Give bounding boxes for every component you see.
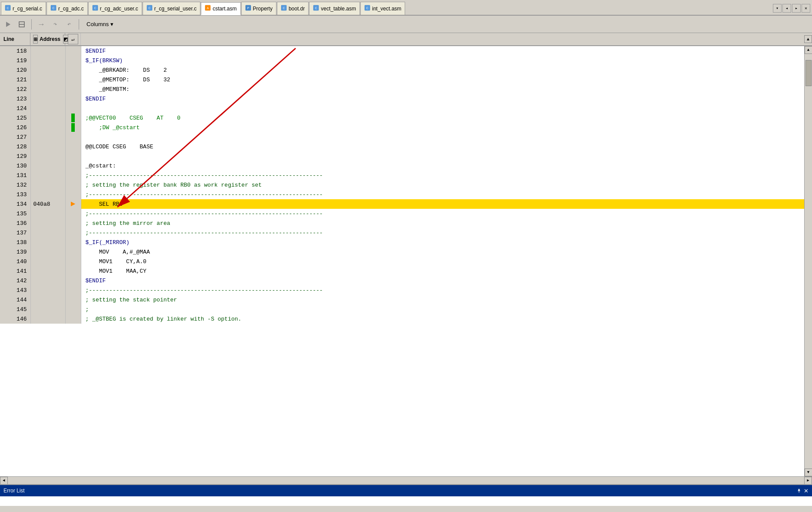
tab-r_cg_serial.c[interactable]: Cr_cg_serial.c xyxy=(1,2,46,15)
tab-close-button[interactable]: ✕ xyxy=(802,4,810,13)
code-cell: ; xyxy=(81,305,804,314)
tab-label: vect_table.asm xyxy=(321,6,356,12)
tab-next-button[interactable]: ▸ xyxy=(792,4,801,13)
code-cell: MOV1 CY,A.0 xyxy=(81,257,804,266)
tab-cstart.asm[interactable]: Acstart.asm xyxy=(201,2,240,15)
table-row: 131;------------------------------------… xyxy=(0,171,804,180)
error-panel: Error List 🖈 ✕ xyxy=(0,484,812,506)
indicator-cell xyxy=(65,104,81,113)
tab-vect_table.asm[interactable]: Cvect_table.asm xyxy=(309,2,360,15)
hscroll-left-button[interactable]: ◄ xyxy=(0,477,8,485)
code-cell: $_IF(_MIRROR) xyxy=(81,238,804,247)
toolbar-redo-button[interactable]: ↷ xyxy=(49,18,61,30)
address-cell xyxy=(30,305,65,314)
line-number: 139 xyxy=(0,247,30,257)
vertical-scrollbar[interactable]: ▲ ▼ xyxy=(804,46,812,476)
tab-int_vect.asm[interactable]: Cint_vect.asm xyxy=(360,2,405,15)
address-cell xyxy=(30,266,65,276)
code-cell: _@MEMTOP: DS 32 xyxy=(81,75,804,84)
code-cell: SEL RB0 xyxy=(81,199,804,209)
file-icon: C xyxy=(5,5,11,12)
table-row: 144; setting the stack pointer xyxy=(0,295,804,305)
error-panel-close-button[interactable]: ✕ xyxy=(804,488,809,494)
address-cell xyxy=(30,238,65,247)
indicator-cell xyxy=(65,218,81,228)
indicator-cell xyxy=(65,65,81,75)
toolbar-forward-button[interactable]: → xyxy=(35,18,47,30)
file-icon: C xyxy=(92,5,98,12)
code-cell: @@LCODE CSEG BASE xyxy=(81,142,804,151)
toolbar-button-2[interactable] xyxy=(16,18,28,30)
main-container: Cr_cg_serial.cCr_cg_adc.cCr_cg_adc_user.… xyxy=(0,0,812,512)
code-cell: ;@@VECT00 CSEG AT 0 xyxy=(81,113,804,123)
address-cell xyxy=(30,218,65,228)
line-number: 133 xyxy=(0,190,30,199)
tab-label: r_cg_adc.c xyxy=(58,6,84,12)
line-number: 135 xyxy=(0,209,30,218)
indicator-cell xyxy=(65,285,81,295)
address-cell xyxy=(30,285,65,295)
code-cell xyxy=(81,151,804,161)
toolbar-back-button[interactable] xyxy=(2,18,14,30)
tab-boot.dr[interactable]: Cboot.dr xyxy=(277,2,309,15)
code-cell xyxy=(81,104,804,113)
address-grid-icon[interactable]: ⊞ xyxy=(33,35,38,44)
nav-arrow-button[interactable]: ↵ xyxy=(68,34,78,44)
address-cell xyxy=(30,190,65,199)
columns-label: Columns xyxy=(87,21,109,27)
tab-property[interactable]: PProperty xyxy=(241,2,276,15)
code-cell: _@MEMBTM: xyxy=(81,84,804,94)
columns-dropdown-arrow: ▾ xyxy=(110,21,113,27)
tab-prev-button[interactable]: ◂ xyxy=(782,4,791,13)
address-cell xyxy=(30,75,65,84)
code-cell: ;---------------------------------------… xyxy=(81,228,804,238)
line-number: 126 xyxy=(0,123,30,132)
indicator-cell xyxy=(65,276,81,285)
toolbar-undo-button[interactable]: ↶ xyxy=(63,18,75,30)
scroll-top-button[interactable]: ▲ xyxy=(804,35,812,43)
table-row: 122 _@MEMBTM: xyxy=(0,84,804,94)
line-number: 128 xyxy=(0,142,30,151)
table-row: 123$ENDIF xyxy=(0,94,804,104)
scroll-thumb[interactable] xyxy=(805,60,812,86)
tab-overflow-button[interactable]: ▾ xyxy=(773,4,782,13)
line-number: 123 xyxy=(0,94,30,104)
tab-label: cstart.asm xyxy=(213,6,236,12)
address-cell xyxy=(30,314,65,324)
line-number: 120 xyxy=(0,65,30,75)
tab-label: int_vect.asm xyxy=(372,6,401,12)
indicator-cell xyxy=(65,257,81,266)
table-row: 118$ENDIF xyxy=(0,46,804,56)
table-row: 135;------------------------------------… xyxy=(0,209,804,218)
hscroll-right-button[interactable]: ► xyxy=(804,477,812,485)
error-panel-pin-button[interactable]: 🖈 xyxy=(796,488,802,494)
tab-r_cg_adc.c[interactable]: Cr_cg_adc.c xyxy=(47,2,88,15)
columns-dropdown-button[interactable]: Columns ▾ xyxy=(83,19,117,30)
indicator-cell xyxy=(65,238,81,247)
address-cell xyxy=(30,209,65,218)
svg-text:C: C xyxy=(94,7,96,10)
horizontal-scrollbar[interactable]: ◄ ► xyxy=(0,476,812,484)
indicator-cell xyxy=(65,94,81,104)
code-cell: MOV A,#_@MAA xyxy=(81,247,804,257)
tab-r_cg_adc_user.c[interactable]: Cr_cg_adc_user.c xyxy=(88,2,142,15)
indicator-cell xyxy=(65,113,81,123)
scroll-up-button[interactable]: ▲ xyxy=(805,46,812,54)
indicator-cell xyxy=(65,84,81,94)
address-cell xyxy=(30,257,65,266)
table-row: 128@@LCODE CSEG BASE xyxy=(0,142,804,151)
svg-text:C: C xyxy=(283,7,285,10)
code-cell: ;---------------------------------------… xyxy=(81,171,804,180)
address-cell xyxy=(30,295,65,305)
address-cell xyxy=(30,123,65,132)
code-table: 118$ENDIF119$_IF(BRKSW)120 _@BRKADR: DS … xyxy=(0,46,804,324)
table-row: 134040a8► SEL RB0 xyxy=(0,199,804,209)
hscroll-track[interactable] xyxy=(8,477,804,484)
scroll-down-button[interactable]: ▼ xyxy=(805,468,812,476)
tab-r_cg_serial_user.c[interactable]: Cr_cg_serial_user.c xyxy=(143,2,200,15)
scroll-track[interactable] xyxy=(805,54,812,468)
svg-text:A: A xyxy=(207,7,209,10)
code-cell: $_IF(BRKSW) xyxy=(81,56,804,65)
svg-text:C: C xyxy=(7,7,9,10)
line-number: 125 xyxy=(0,113,30,123)
